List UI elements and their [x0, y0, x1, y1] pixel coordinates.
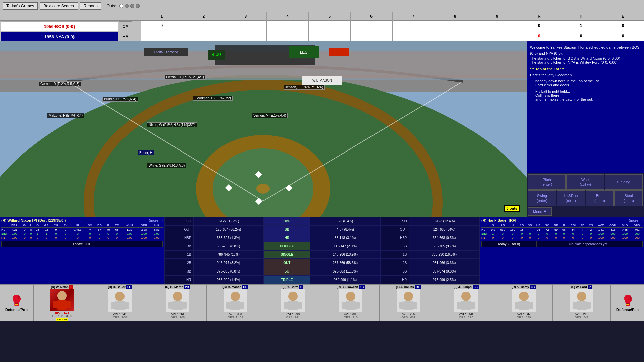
out-circle-1 — [119, 4, 123, 8]
roster-nixon[interactable]: (R) W. Nixon P ERA: 4.21 DUR: 119|35/0 P… — [34, 285, 91, 321]
svg-rect-41 — [240, 302, 244, 309]
player-vernon[interactable]: Vernon, M (E:1%,R:4) — [252, 113, 288, 118]
home-i6 — [351, 31, 393, 41]
svg-point-54 — [461, 292, 471, 301]
pitch-button[interactable]: Pitch(enter) — [528, 174, 566, 190]
pitcher-more-link[interactable]: (more...) — [149, 218, 163, 222]
boxscore-search-button[interactable]: Boxscore Search — [40, 2, 78, 10]
scoreboard: 1956-BOS (0-0) CM 1956-NYA (0-0) HM 1 2 … — [0, 12, 644, 41]
inning-4-header: 4 — [267, 12, 309, 21]
away-abbr[interactable]: CM — [119, 21, 132, 32]
player-jensen[interactable]: Jensen, J (E:4%,R:1,A:4) — [284, 85, 325, 90]
reports-button[interactable]: Reports — [80, 2, 101, 10]
svg-point-42 — [288, 292, 298, 301]
bunt-button[interactable]: Bunt(ctrl-b) — [586, 190, 614, 206]
svg-rect-47 — [346, 301, 356, 310]
commentary-pitcher-nya: The starting pitcher for NYA is Whitey F… — [530, 60, 641, 64]
hit-run-button[interactable]: Hit&Run(ctrl-r) — [557, 190, 585, 206]
svg-point-34 — [173, 292, 182, 301]
player-buddin[interactable]: Buddin, D (E:5%,R:4) — [102, 97, 138, 102]
svg-rect-21 — [329, 48, 349, 56]
player-goodman[interactable]: Goodman, B (E:3%,R:2) — [193, 96, 233, 101]
svg-point-10 — [256, 184, 270, 194]
roster-martin[interactable]: (R) B. Martin 2B AVE: .264 OPS: .708 — [149, 285, 207, 321]
inning-8-header: 8 — [434, 12, 476, 21]
pitcher-today: Today: 0.0IP — [1, 241, 163, 247]
home-abbr[interactable]: HM — [119, 32, 132, 42]
home-i5 — [309, 31, 351, 41]
player-piersall[interactable]: Piersall, J (E:1%,R:1,A:1) — [164, 75, 206, 80]
pitch-probability-panel: SO 0-122 (12.3%) HBP 0-3 (0.4%) SO 0-123… — [164, 217, 480, 284]
batter-more-link[interactable]: (more...) — [629, 218, 643, 222]
svg-text:LES: LES — [300, 50, 308, 55]
player-nixon[interactable]: Nixon, W (E:5%,H:3) [119|35/0] — [147, 122, 197, 127]
pinch-hit-btn[interactable]: Pinch Hit — [56, 318, 68, 321]
svg-rect-57 — [470, 302, 475, 309]
away-i7 — [393, 21, 435, 31]
commentary-line4: Fly ball to right field... — [535, 89, 641, 93]
roster-players: (R) W. Nixon P ERA: 4.21 DUR: 119|35/0 P… — [34, 285, 610, 321]
roster-berra[interactable]: (L) Y. Berra C AVE: .298 OPS: .911 — [264, 285, 322, 321]
svg-rect-44 — [284, 302, 289, 309]
svg-rect-51 — [403, 301, 413, 310]
swing-button[interactable]: Swing(enter) — [528, 190, 556, 206]
roster-carey[interactable]: (R) A. Carey 3B AVE: .237 OPS: .649 — [495, 285, 553, 321]
commentary-line6: and he makes the catch for the out. — [535, 97, 641, 101]
top-bar: Today's Games Boxscore Search Reports Ou… — [0, 0, 644, 12]
away-i5 — [309, 21, 351, 31]
home-i8 — [434, 31, 476, 41]
today-games-button[interactable]: Today's Games — [3, 2, 38, 10]
pitcher-stats-header: (R) Willard Nixon [P] (Dur: [119|35/0]) — [1, 218, 66, 222]
steal-button[interactable]: Steal(ctrl-s) — [614, 190, 643, 206]
roster-collins[interactable]: (L) J. Collins RF AVE: .225 OPS: .661 — [380, 285, 437, 321]
svg-rect-35 — [172, 301, 183, 310]
roster-lumpe[interactable]: (L) J. Lumpe SS AVE: .258 OPS: .620 — [437, 285, 495, 321]
right-panel: Welcome to Yankee Stadium I for a schedu… — [527, 41, 644, 217]
away-i3 — [225, 21, 267, 31]
svg-rect-52 — [399, 302, 404, 309]
home-i7 — [393, 31, 435, 41]
svg-text:W.B.MASON: W.B.MASON — [312, 79, 332, 82]
r-header: R — [518, 12, 560, 21]
h-header: H — [560, 12, 602, 21]
svg-rect-27 — [57, 300, 67, 310]
player-gernert[interactable]: Gernert, D (E:2%,R:5,A:3) — [39, 81, 81, 86]
defense-pen-right-button[interactable]: 🥊 Defense/Pen — [610, 285, 644, 321]
roster-bauer[interactable]: (R) H. Bauer LF AVE: .241 OPS: .708 — [91, 285, 149, 321]
away-team-name[interactable]: 1956-BOS (0-0) — [1, 21, 118, 32]
player-bauer[interactable]: Bauer, H — [138, 150, 154, 155]
svg-rect-60 — [515, 302, 519, 309]
roster-ford[interactable]: (L) W. Ford P AVE: .218 OPS: .542 — [553, 285, 610, 321]
home-team-name[interactable]: 1956-NYA (0-0) — [1, 32, 118, 42]
batter-sim-row: SIM 100000000000.000.000.000.000 — [481, 232, 643, 236]
roster-skowron[interactable]: (R) B. Skowron 1B AVE: .308 OPS: .910 — [322, 285, 380, 321]
svg-rect-28 — [53, 301, 58, 308]
commentary-line5: Collins is there... — [535, 93, 641, 97]
away-e: 0 — [602, 21, 644, 31]
svg-rect-59 — [519, 301, 529, 310]
player-white[interactable]: White, S (E:2%,R:3,A:3) — [147, 163, 186, 168]
inning-3-header: 3 — [225, 12, 267, 21]
pitcher-stats-panel: (R) Willard Nixon [P] (Dur: [119|35/0]) … — [0, 217, 164, 284]
svg-rect-64 — [573, 302, 577, 309]
svg-text:Digital Diamond: Digital Diamond — [154, 50, 178, 54]
main-section: 4:00 LES W.B.MASON Digital Diamond Piers… — [0, 41, 644, 217]
away-i6 — [351, 21, 393, 31]
player-malzone[interactable]: Malzone, F (E:7%,R:4) — [47, 113, 84, 118]
pitcher-sim-row: SIM 0.00001100000000.00.0000.00 — [1, 232, 163, 236]
home-h: 0 — [560, 31, 602, 41]
outs-circles — [119, 4, 140, 8]
field-container: 4:00 LES W.B.MASON Digital Diamond Piers… — [0, 41, 527, 217]
svg-point-38 — [231, 292, 240, 301]
svg-rect-63 — [577, 301, 587, 310]
batter-stats-header: (R) Hank Bauer [RF] — [481, 218, 516, 222]
menu-button[interactable]: Menu ▼ — [528, 207, 552, 216]
roster-mantle[interactable]: (S) M. Mantle CF AVE: .353 OPS: 1.169 — [207, 285, 264, 321]
walk-button[interactable]: Walk(ctrl-w) — [566, 174, 604, 190]
defense-pen-left-button[interactable]: 🥊 Defense/Pen — [0, 285, 34, 321]
home-e: 0 — [602, 31, 644, 41]
svg-point-62 — [577, 292, 586, 301]
roster-bar: 🥊 Defense/Pen (R) W. Nixon P ERA: 4.21 D… — [0, 284, 644, 321]
fielding-button[interactable]: Fielding — [605, 174, 643, 190]
svg-rect-32 — [111, 302, 115, 309]
